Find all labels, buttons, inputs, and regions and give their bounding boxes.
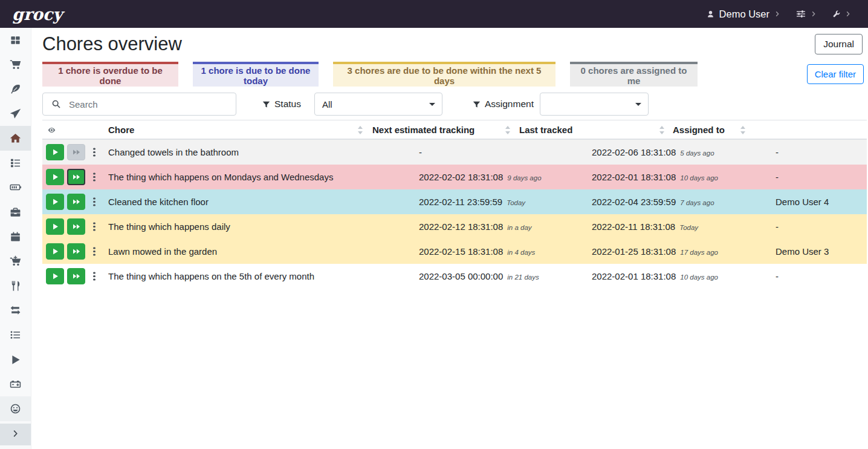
play-icon [52, 273, 59, 280]
settings-menu[interactable] [796, 9, 817, 19]
sidebar-item-utensils[interactable] [0, 274, 31, 298]
page-title: Chores overview [42, 33, 182, 55]
sidebar-item-battery[interactable] [0, 175, 31, 200]
status-cards-row: 1 chore is overdue to be done 1 chore is… [42, 62, 864, 87]
assignment-select[interactable] [540, 93, 649, 116]
sidebar-item-tasks[interactable] [0, 151, 31, 175]
track-execution-button[interactable] [46, 144, 64, 160]
exchange-arrows-icon [10, 304, 21, 316]
next-tracking-cell: 2022-03-05 00:00:00 in 21 days [419, 264, 539, 289]
top-navbar: grocy Demo User [0, 0, 868, 28]
feather-icon [10, 84, 21, 95]
chore-name: The thing which happens on the 5th of ev… [108, 264, 314, 289]
sidebar-item-shopping-cart[interactable] [0, 53, 31, 77]
status-card[interactable]: 3 chores are due to be done within the n… [333, 62, 555, 87]
table-row: Lawn mowed in the garden 2022-02-15 18:3… [42, 239, 867, 264]
last-tracked-timeago: 5 days ago [680, 148, 714, 157]
next-tracking-cell: 2022-02-11 23:59:59 Today [419, 189, 525, 214]
sort-icon[interactable] [358, 126, 363, 134]
last-tracked-timeago: 10 days ago [680, 173, 718, 182]
last-tracked-timeago: 7 days ago [680, 198, 714, 206]
paper-plane-icon [10, 108, 21, 120]
sidebar-item-list[interactable] [0, 323, 31, 347]
fast-forward-icon [73, 223, 80, 230]
skip-execution-button[interactable] [67, 194, 85, 210]
sidebar-item-smiley[interactable] [0, 396, 31, 421]
status-filter-label: Status [262, 99, 314, 110]
sidebar-item-boxes[interactable] [0, 28, 31, 53]
shopping-cart-icon [10, 59, 21, 70]
next-tracking-cell: 2022-02-12 18:31:08 in a day [419, 214, 532, 239]
sort-icon[interactable] [740, 126, 746, 134]
eye-icon[interactable] [47, 126, 57, 137]
row-menu-button[interactable] [87, 267, 102, 285]
user-icon [707, 10, 714, 18]
column-header-assigned-to[interactable]: Assigned to [673, 120, 725, 139]
status-card[interactable]: 1 chore is due to be done today [193, 62, 319, 87]
search-icon [43, 99, 69, 109]
next-tracking-timeago: Today [507, 198, 525, 206]
skip-execution-button[interactable] [67, 268, 85, 284]
row-menu-button[interactable] [87, 193, 102, 211]
status-filter-text: Status [274, 99, 301, 110]
table-row: The thing which happens on the 5th of ev… [42, 264, 867, 289]
sidebar-item-play[interactable] [0, 347, 31, 372]
filter-funnel-icon [473, 100, 481, 108]
row-menu-button[interactable] [87, 143, 102, 161]
grocy-logo[interactable]: grocy [12, 6, 62, 22]
next-tracking-date: 2022-02-15 18:31:08 [419, 246, 503, 257]
track-execution-button[interactable] [46, 268, 64, 284]
chevron-right-icon [11, 429, 19, 440]
chore-name: Lawn mowed in the garden [108, 239, 217, 264]
row-menu-button[interactable] [87, 218, 102, 235]
row-menu-button[interactable] [87, 243, 102, 260]
track-execution-button[interactable] [46, 194, 64, 210]
play-icon [10, 354, 21, 365]
last-tracked-timeago: 17 days ago [680, 247, 718, 256]
next-tracking-date: - [419, 147, 422, 157]
chevron-right-icon [811, 11, 817, 17]
status-card[interactable]: 0 chores are assigned to me [570, 62, 698, 87]
sort-icon[interactable] [505, 126, 511, 134]
clear-filter-button[interactable]: Clear filter [807, 64, 864, 84]
next-tracking-cell: 2022-02-02 18:31:08 9 days ago [419, 165, 542, 189]
sidebar-item-home[interactable] [0, 126, 31, 151]
sidebar-item-briefcase[interactable] [0, 200, 31, 224]
status-select[interactable]: All [314, 93, 442, 116]
track-execution-button[interactable] [46, 169, 64, 185]
skip-execution-button[interactable] [67, 169, 85, 185]
search-input[interactable] [69, 93, 236, 115]
skip-execution-button[interactable] [67, 218, 85, 235]
sidebar [0, 28, 31, 449]
last-tracked-timeago: Today [679, 223, 698, 231]
home-icon [10, 133, 21, 144]
column-header-chore[interactable]: Chore [108, 120, 134, 139]
chore-name: The thing which happens daily [108, 214, 230, 239]
column-header-next-tracking[interactable]: Next estimated tracking [372, 120, 474, 139]
status-card-text: 3 chores are due to be done within the n… [338, 65, 551, 86]
sidebar-item-exchange-arrows[interactable] [0, 298, 31, 323]
journal-button[interactable]: Journal [815, 34, 863, 54]
next-tracking-date: 2022-02-02 18:31:08 [419, 172, 503, 182]
status-card-text: 0 chores are assigned to me [575, 65, 693, 86]
sidebar-item-car-battery[interactable] [0, 372, 31, 396]
sidebar-item-cart-plus[interactable] [0, 249, 31, 274]
kebab-menu-icon [93, 251, 95, 252]
admin-menu[interactable] [832, 10, 851, 18]
sidebar-collapse-button[interactable] [0, 424, 31, 445]
row-menu-button[interactable] [87, 168, 102, 186]
skip-execution-button[interactable] [67, 243, 85, 260]
assigned-to-cell: Demo User 3 [776, 239, 829, 264]
track-execution-button[interactable] [46, 218, 64, 235]
sidebar-item-paper-plane[interactable] [0, 102, 31, 126]
sidebar-item-feather[interactable] [0, 77, 31, 102]
sort-icon[interactable] [659, 126, 665, 134]
next-tracking-cell: 2022-02-15 18:31:08 in 4 days [419, 239, 535, 264]
user-menu[interactable]: Demo User [707, 8, 780, 20]
table-row: Cleaned the kitchen floor 2022-02-11 23:… [42, 189, 867, 214]
column-header-last-tracked[interactable]: Last tracked [519, 120, 572, 139]
skip-execution-button[interactable] [67, 144, 85, 160]
sidebar-item-calendar[interactable] [0, 224, 31, 249]
status-card[interactable]: 1 chore is overdue to be done [42, 62, 178, 87]
track-execution-button[interactable] [46, 243, 64, 260]
